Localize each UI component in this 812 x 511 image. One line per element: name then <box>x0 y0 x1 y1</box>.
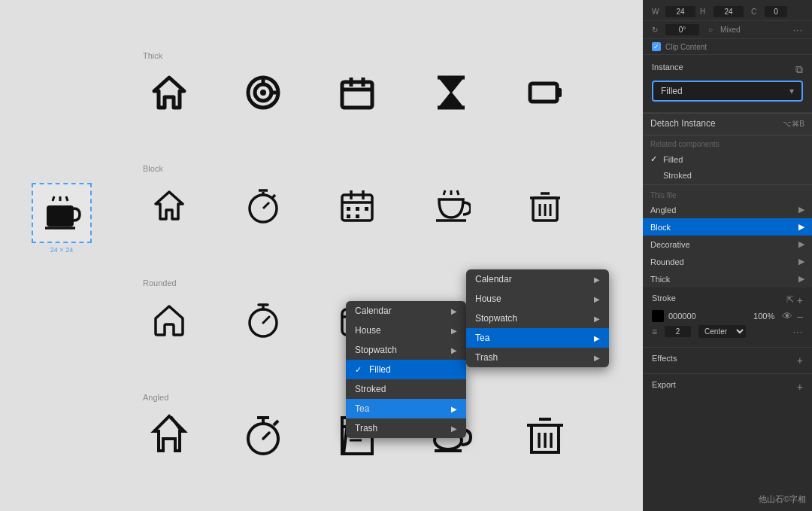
thick-battery-icon[interactable] <box>519 66 571 119</box>
svg-line-30 <box>444 190 445 195</box>
height-input[interactable] <box>714 6 744 17</box>
check-icon: ✓ <box>355 365 362 375</box>
filled-check-icon: ✓ <box>650 154 657 164</box>
menu-item-tea-calendar[interactable]: Calendar ▶ <box>466 269 609 289</box>
stroked-component-item[interactable]: ✓ Stroked <box>643 167 812 183</box>
watermark: 他山石©字相 <box>759 494 806 505</box>
stroke-title: Stroke <box>652 294 676 303</box>
detach-shortcut: ⌥⌘B <box>783 120 804 128</box>
more-options-btn[interactable]: ··· <box>793 25 803 35</box>
block-house-icon[interactable] <box>143 179 195 232</box>
stroke-width-input[interactable] <box>665 326 691 337</box>
effects-add-btn[interactable]: + <box>797 354 803 367</box>
block-component-item[interactable]: Block ▶ <box>643 218 812 236</box>
thick-arrow-icon: ▶ <box>798 274 804 284</box>
arrow-icon: ▶ <box>594 354 600 362</box>
angled-component-item[interactable]: Angled ▶ <box>643 201 812 218</box>
svg-rect-26 <box>356 207 359 211</box>
svg-marker-58 <box>169 416 184 431</box>
svg-rect-6 <box>342 82 372 108</box>
arrow-icon: ▶ <box>451 307 457 315</box>
menu-item-tea[interactable]: Tea ▶ <box>346 399 466 418</box>
effects-section: Effects + <box>643 347 812 373</box>
thick-calendar-icon[interactable] <box>331 66 383 119</box>
menu-item-tea-house[interactable]: House ▶ <box>466 289 609 309</box>
thick-component-item[interactable]: Thick ▶ <box>643 270 812 287</box>
stroke-resize-icon[interactable]: ⇱ <box>786 294 794 306</box>
instance-value: Filled <box>661 86 683 96</box>
rounded-label: Rounded <box>143 278 383 287</box>
arrow-icon: ▶ <box>594 295 600 303</box>
block-trash-icon[interactable] <box>519 179 571 232</box>
instance-link-icon[interactable]: ⧉ <box>795 63 803 76</box>
thick-label: Thick <box>143 51 571 60</box>
arrow-icon: ▶ <box>451 424 457 433</box>
angled-stopwatch-icon[interactable] <box>237 408 289 461</box>
context-menu-fill-stroke: Calendar ▶ House ▶ Stopwatch ▶ ✓ Filled … <box>346 301 466 438</box>
rounded-component-item[interactable]: Rounded ▶ <box>643 253 812 270</box>
stroke-color-swatch[interactable] <box>652 310 664 322</box>
menu-item-tea-trash[interactable]: Trash ▶ <box>466 348 609 367</box>
menu-item-tea-tea[interactable]: Tea ▶ <box>466 328 609 348</box>
detach-label: Detach Instance <box>650 118 716 129</box>
stroke-minus-btn[interactable]: – <box>797 310 803 322</box>
menu-item-calendar[interactable]: Calendar ▶ <box>346 301 466 321</box>
block-calendar-icon[interactable] <box>331 179 383 232</box>
rotate-input[interactable] <box>665 24 699 35</box>
block-tea-icon[interactable] <box>425 179 477 232</box>
related-components-label: Related components <box>643 137 812 151</box>
block-arrow-icon: ▶ <box>798 222 804 232</box>
block-label: Block <box>143 164 571 173</box>
width-input[interactable] <box>665 6 695 17</box>
thick-house-icon[interactable] <box>143 66 195 119</box>
clip-content-checkbox[interactable]: ✓ <box>652 42 661 51</box>
eye-icon[interactable]: 👁 <box>782 310 792 322</box>
decorative-component-item[interactable]: Decorative ▶ <box>643 236 812 253</box>
svg-line-19 <box>263 202 269 208</box>
corner-input[interactable] <box>765 6 787 17</box>
svg-line-48 <box>263 317 269 323</box>
block-stopwatch-icon[interactable] <box>237 179 289 232</box>
arrow-icon: ▶ <box>451 405 457 413</box>
rounded-stopwatch-icon[interactable] <box>237 294 289 346</box>
stroke-more-btn[interactable]: ··· <box>793 327 803 337</box>
stroke-align-select[interactable]: Center Inside Outside <box>698 325 746 338</box>
selected-cell[interactable]: 24 × 24 <box>32 183 92 243</box>
mixed-radio-icon: ○ <box>708 26 717 34</box>
svg-marker-0 <box>154 78 184 108</box>
canvas: Thick <box>0 0 643 511</box>
rounded-house-icon[interactable] <box>143 294 195 346</box>
menu-item-tea-stopwatch[interactable]: Stopwatch ▶ <box>466 309 609 328</box>
dropdown-chevron-icon: ▾ <box>789 86 794 96</box>
svg-point-3 <box>260 90 266 96</box>
svg-rect-29 <box>356 214 359 218</box>
menu-item-filled[interactable]: ✓ Filled <box>346 360 466 379</box>
rotate-label-icon: ↻ <box>652 26 661 34</box>
menu-item-stopwatch[interactable]: Stopwatch ▶ <box>346 340 466 360</box>
thick-hourglass-icon[interactable] <box>425 66 477 119</box>
menu-item-house[interactable]: House ▶ <box>346 321 466 340</box>
svg-line-63 <box>274 421 278 425</box>
export-title: Export <box>652 380 676 389</box>
angled-house-icon[interactable] <box>143 408 195 461</box>
height-label: H <box>700 8 709 16</box>
export-add-btn[interactable]: + <box>797 381 803 393</box>
svg-rect-12 <box>530 84 557 102</box>
menu-item-stroked[interactable]: Stroked <box>346 379 466 399</box>
angled-trash-icon[interactable] <box>519 408 571 461</box>
instance-dropdown[interactable]: Filled ▾ <box>652 81 803 102</box>
menu-item-trash[interactable]: Trash ▶ <box>346 418 466 438</box>
detach-instance-btn[interactable]: Detach Instance ⌥⌘B <box>643 114 812 133</box>
thick-target-icon[interactable] <box>237 66 289 119</box>
arrow-icon: ▶ <box>594 275 600 284</box>
angled-arrow-icon: ▶ <box>798 205 804 214</box>
filled-component-item[interactable]: ✓ Filled <box>643 151 812 167</box>
stroke-add-btn[interactable]: + <box>797 294 803 306</box>
svg-marker-57 <box>154 416 184 451</box>
svg-rect-13 <box>557 88 562 97</box>
arrow-icon: ▶ <box>594 315 600 323</box>
stroked-check-icon: ✓ <box>650 170 657 180</box>
svg-rect-40 <box>47 205 74 227</box>
this-file-label: This file <box>643 187 812 201</box>
svg-rect-28 <box>347 214 350 218</box>
